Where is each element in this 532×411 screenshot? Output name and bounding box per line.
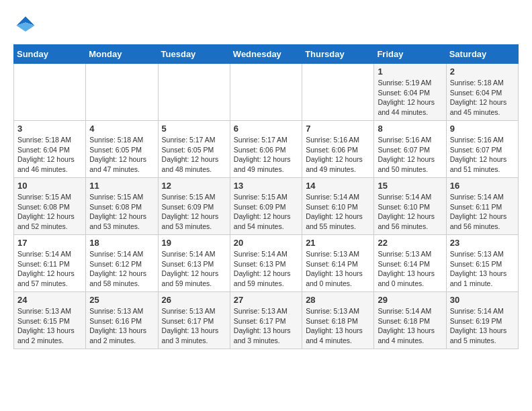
weekday-header-monday: Monday xyxy=(86,45,158,64)
day-cell: 30Sunrise: 5:14 AM Sunset: 6:19 PM Dayli… xyxy=(446,292,518,349)
day-info: Sunrise: 5:14 AM Sunset: 6:10 PM Dayligh… xyxy=(306,192,370,232)
day-info: Sunrise: 5:13 AM Sunset: 6:16 PM Dayligh… xyxy=(89,306,154,346)
week-row-2: 3Sunrise: 5:18 AM Sunset: 6:04 PM Daylig… xyxy=(14,121,519,178)
day-number: 13 xyxy=(234,181,298,191)
day-number: 9 xyxy=(450,124,515,134)
day-info: Sunrise: 5:14 AM Sunset: 6:13 PM Dayligh… xyxy=(234,249,298,289)
weekday-header-friday: Friday xyxy=(374,45,446,64)
day-info: Sunrise: 5:15 AM Sunset: 6:08 PM Dayligh… xyxy=(89,192,154,232)
day-cell xyxy=(158,64,230,121)
day-cell: 20Sunrise: 5:14 AM Sunset: 6:13 PM Dayli… xyxy=(230,235,302,292)
day-cell xyxy=(302,64,374,121)
day-cell: 10Sunrise: 5:15 AM Sunset: 6:08 PM Dayli… xyxy=(14,178,86,235)
weekday-header-sunday: Sunday xyxy=(14,45,86,64)
weekday-header-tuesday: Tuesday xyxy=(158,45,230,64)
day-cell: 3Sunrise: 5:18 AM Sunset: 6:04 PM Daylig… xyxy=(14,121,86,178)
day-info: Sunrise: 5:16 AM Sunset: 6:07 PM Dayligh… xyxy=(378,135,442,175)
day-info: Sunrise: 5:13 AM Sunset: 6:14 PM Dayligh… xyxy=(306,249,370,289)
day-info: Sunrise: 5:15 AM Sunset: 6:09 PM Dayligh… xyxy=(162,192,226,232)
day-cell: 2Sunrise: 5:18 AM Sunset: 6:04 PM Daylig… xyxy=(446,64,518,121)
day-number: 8 xyxy=(378,124,442,134)
day-info: Sunrise: 5:14 AM Sunset: 6:12 PM Dayligh… xyxy=(89,249,154,289)
day-number: 14 xyxy=(306,181,370,191)
day-number: 30 xyxy=(450,295,515,305)
day-number: 12 xyxy=(162,181,226,191)
day-number: 21 xyxy=(306,238,370,248)
day-cell: 23Sunrise: 5:13 AM Sunset: 6:15 PM Dayli… xyxy=(446,235,518,292)
day-cell: 29Sunrise: 5:14 AM Sunset: 6:18 PM Dayli… xyxy=(374,292,446,349)
day-number: 18 xyxy=(89,238,154,248)
day-number: 28 xyxy=(306,295,370,305)
day-number: 15 xyxy=(378,181,442,191)
week-row-1: 1Sunrise: 5:19 AM Sunset: 6:04 PM Daylig… xyxy=(14,64,519,121)
day-cell: 19Sunrise: 5:14 AM Sunset: 6:13 PM Dayli… xyxy=(158,235,230,292)
day-number: 5 xyxy=(162,124,226,134)
day-cell: 7Sunrise: 5:16 AM Sunset: 6:06 PM Daylig… xyxy=(302,121,374,178)
day-number: 26 xyxy=(162,295,226,305)
day-cell: 1Sunrise: 5:19 AM Sunset: 6:04 PM Daylig… xyxy=(374,64,446,121)
logo xyxy=(13,13,42,38)
day-cell: 26Sunrise: 5:13 AM Sunset: 6:17 PM Dayli… xyxy=(158,292,230,349)
day-cell: 25Sunrise: 5:13 AM Sunset: 6:16 PM Dayli… xyxy=(86,292,158,349)
day-info: Sunrise: 5:16 AM Sunset: 6:06 PM Dayligh… xyxy=(306,135,370,175)
day-info: Sunrise: 5:13 AM Sunset: 6:18 PM Dayligh… xyxy=(306,306,370,346)
week-row-5: 24Sunrise: 5:13 AM Sunset: 6:15 PM Dayli… xyxy=(14,292,519,349)
day-info: Sunrise: 5:13 AM Sunset: 6:17 PM Dayligh… xyxy=(234,306,298,346)
day-info: Sunrise: 5:16 AM Sunset: 6:07 PM Dayligh… xyxy=(450,135,515,175)
day-cell: 11Sunrise: 5:15 AM Sunset: 6:08 PM Dayli… xyxy=(86,178,158,235)
day-info: Sunrise: 5:14 AM Sunset: 6:18 PM Dayligh… xyxy=(378,306,442,346)
day-number: 6 xyxy=(234,124,298,134)
day-number: 23 xyxy=(450,238,515,248)
day-cell: 14Sunrise: 5:14 AM Sunset: 6:10 PM Dayli… xyxy=(302,178,374,235)
day-info: Sunrise: 5:14 AM Sunset: 6:11 PM Dayligh… xyxy=(17,249,82,289)
day-cell: 28Sunrise: 5:13 AM Sunset: 6:18 PM Dayli… xyxy=(302,292,374,349)
day-info: Sunrise: 5:13 AM Sunset: 6:17 PM Dayligh… xyxy=(162,306,226,346)
day-number: 10 xyxy=(17,181,82,191)
week-row-3: 10Sunrise: 5:15 AM Sunset: 6:08 PM Dayli… xyxy=(14,178,519,235)
day-info: Sunrise: 5:14 AM Sunset: 6:10 PM Dayligh… xyxy=(378,192,442,232)
day-cell: 16Sunrise: 5:14 AM Sunset: 6:11 PM Dayli… xyxy=(446,178,518,235)
day-number: 19 xyxy=(162,238,226,248)
day-cell: 8Sunrise: 5:16 AM Sunset: 6:07 PM Daylig… xyxy=(374,121,446,178)
day-info: Sunrise: 5:14 AM Sunset: 6:11 PM Dayligh… xyxy=(450,192,515,232)
day-info: Sunrise: 5:15 AM Sunset: 6:08 PM Dayligh… xyxy=(17,192,82,232)
day-number: 17 xyxy=(17,238,82,248)
day-cell: 18Sunrise: 5:14 AM Sunset: 6:12 PM Dayli… xyxy=(86,235,158,292)
day-cell: 27Sunrise: 5:13 AM Sunset: 6:17 PM Dayli… xyxy=(230,292,302,349)
day-cell xyxy=(86,64,158,121)
day-cell: 21Sunrise: 5:13 AM Sunset: 6:14 PM Dayli… xyxy=(302,235,374,292)
day-number: 20 xyxy=(234,238,298,248)
header xyxy=(13,13,519,38)
day-number: 2 xyxy=(450,66,515,77)
day-number: 16 xyxy=(450,181,515,191)
day-info: Sunrise: 5:14 AM Sunset: 6:19 PM Dayligh… xyxy=(450,306,515,346)
day-cell: 4Sunrise: 5:18 AM Sunset: 6:05 PM Daylig… xyxy=(86,121,158,178)
day-cell: 17Sunrise: 5:14 AM Sunset: 6:11 PM Dayli… xyxy=(14,235,86,292)
day-info: Sunrise: 5:13 AM Sunset: 6:15 PM Dayligh… xyxy=(17,306,82,346)
day-cell xyxy=(14,64,86,121)
day-info: Sunrise: 5:19 AM Sunset: 6:04 PM Dayligh… xyxy=(378,78,442,118)
day-cell: 12Sunrise: 5:15 AM Sunset: 6:09 PM Dayli… xyxy=(158,178,230,235)
day-info: Sunrise: 5:17 AM Sunset: 6:06 PM Dayligh… xyxy=(234,135,298,175)
day-cell: 24Sunrise: 5:13 AM Sunset: 6:15 PM Dayli… xyxy=(14,292,86,349)
calendar-table: SundayMondayTuesdayWednesdayThursdayFrid… xyxy=(13,44,519,349)
day-number: 27 xyxy=(234,295,298,305)
day-number: 7 xyxy=(306,124,370,134)
day-cell: 22Sunrise: 5:13 AM Sunset: 6:14 PM Dayli… xyxy=(374,235,446,292)
day-number: 25 xyxy=(89,295,154,305)
day-number: 22 xyxy=(378,238,442,248)
day-number: 3 xyxy=(17,124,82,134)
day-number: 29 xyxy=(378,295,442,305)
day-cell: 15Sunrise: 5:14 AM Sunset: 6:10 PM Dayli… xyxy=(374,178,446,235)
day-number: 4 xyxy=(89,124,154,134)
day-info: Sunrise: 5:13 AM Sunset: 6:15 PM Dayligh… xyxy=(450,249,515,289)
day-number: 11 xyxy=(89,181,154,191)
day-info: Sunrise: 5:14 AM Sunset: 6:13 PM Dayligh… xyxy=(162,249,226,289)
day-cell: 13Sunrise: 5:15 AM Sunset: 6:09 PM Dayli… xyxy=(230,178,302,235)
weekday-header-wednesday: Wednesday xyxy=(230,45,302,64)
day-number: 1 xyxy=(378,66,442,77)
day-info: Sunrise: 5:18 AM Sunset: 6:04 PM Dayligh… xyxy=(17,135,82,175)
day-number: 24 xyxy=(17,295,82,305)
week-row-4: 17Sunrise: 5:14 AM Sunset: 6:11 PM Dayli… xyxy=(14,235,519,292)
day-info: Sunrise: 5:18 AM Sunset: 6:04 PM Dayligh… xyxy=(450,78,515,118)
